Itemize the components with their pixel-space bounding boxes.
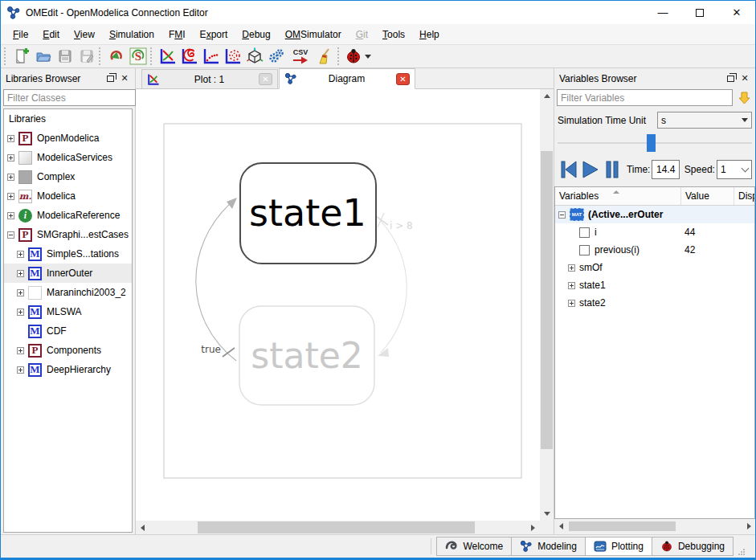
horizontal-scrollbar-thumb[interactable] [198,521,475,533]
close-tab-button[interactable]: ✕ [259,73,272,85]
expander-icon[interactable] [7,135,14,142]
close-button[interactable]: ✕ [718,1,755,24]
menu-git[interactable]: Git [349,26,375,43]
new-plot-window-button[interactable] [157,46,178,67]
toolbar-grip[interactable] [150,47,154,65]
menu-fmi[interactable]: FMI [161,26,193,43]
menu-debug[interactable]: Debug [235,26,277,43]
libraries-tree-root[interactable]: Libraries [4,109,132,129]
new-array-plot-window-button[interactable] [200,46,222,67]
close-tab-button[interactable]: ✕ [396,73,410,85]
plot-checkbox[interactable] [579,245,590,255]
vertical-scrollbar[interactable] [540,89,554,521]
scroll-right-button[interactable] [526,521,540,534]
library-item-deephierarchy[interactable]: M DeepHierarchy [4,360,132,379]
filter-classes-input[interactable] [3,89,136,106]
menu-export[interactable]: Export [193,26,235,43]
variables-horizontal-scrollbar[interactable] [555,521,754,532]
filter-options-button[interactable] [735,89,753,106]
slider-handle[interactable] [647,134,656,152]
debug-configurations-button[interactable] [344,46,371,67]
expander-icon[interactable] [7,174,14,181]
expander-icon[interactable] [7,193,14,200]
variable-row-state1[interactable]: state1 [555,276,754,294]
welcome-perspective-button[interactable]: Welcome [436,537,512,556]
scroll-right-button[interactable] [743,521,754,532]
column-header-display-unit[interactable]: Displ [734,187,754,205]
library-item-complex[interactable]: Complex [4,167,132,186]
library-item-innerouter[interactable]: M InnerOuter [4,264,132,283]
variable-row-result-file[interactable]: MAT (Active...erOuter [555,206,754,223]
export-csv-button[interactable]: CSV [287,46,314,67]
library-item-mlswa[interactable]: M MLSWA [4,302,132,321]
simulation-time-slider[interactable] [558,132,752,154]
tab-plot-1[interactable]: Plot : 1 ✕ [141,69,278,88]
menu-omsimulator[interactable]: OMSimulator [278,26,349,43]
3d-visualization-button[interactable] [243,46,265,67]
resize-grip[interactable] [738,547,746,555]
expander-icon[interactable] [17,366,24,374]
expander-icon[interactable] [558,211,566,219]
speed-combobox[interactable]: 1 [717,160,752,179]
diagram-canvas[interactable]: true i > 8 state1 [136,89,540,521]
expander-icon[interactable] [7,154,14,161]
library-item-openmodelica[interactable]: P OpenModelica [4,129,132,148]
library-item-smgraphicaltestcases[interactable]: P SMGraphi...estCases [4,225,132,244]
filter-variables-input[interactable] [557,89,733,106]
plot-checkbox[interactable] [579,227,590,238]
state2-component[interactable]: state2 [239,306,374,405]
menu-tools[interactable]: Tools [375,26,412,43]
variable-row-previous-i[interactable]: previous(i) 42 [555,241,754,259]
scroll-left-button[interactable] [136,521,149,534]
expander-icon[interactable] [17,309,24,316]
re-simulate-setup-button[interactable]: S [127,46,149,67]
play-button[interactable] [579,157,601,182]
debug-dropdown-caret-icon[interactable] [365,55,371,59]
menu-view[interactable]: View [67,26,102,43]
expander-icon[interactable] [17,347,24,354]
menu-edit[interactable]: Edit [35,26,67,43]
expander-icon[interactable] [7,212,14,219]
library-item-modelicaservices[interactable]: ModelicaServices [4,148,132,167]
scroll-up-button[interactable] [540,89,554,103]
menu-help[interactable]: Help [412,26,447,43]
expander-icon[interactable] [17,251,24,258]
maximize-button[interactable] [681,1,718,24]
new-parametric-plot-window-button[interactable] [178,46,200,67]
modeling-perspective-button[interactable]: Modeling [511,537,586,556]
pause-button[interactable] [602,157,623,182]
variable-row-smof[interactable]: smOf [555,259,754,276]
save-button[interactable] [54,46,76,67]
library-item-modelicareference[interactable]: i ModelicaReference [4,206,132,225]
column-header-variables[interactable]: Variables [555,187,681,205]
open-model-button[interactable] [32,46,54,67]
scroll-down-button[interactable] [540,507,554,521]
animation-button[interactable] [265,46,287,67]
transition-true-line[interactable] [196,202,236,361]
horizontal-scrollbar[interactable] [136,521,540,534]
new-array-parametric-plot-window-button[interactable] [222,46,243,67]
library-item-modelica[interactable]: m. Modelica [4,186,132,206]
re-simulate-button[interactable] [105,46,127,67]
float-dock-button[interactable] [723,72,738,85]
library-item-cdf[interactable]: M CDF [4,321,132,341]
clear-plot-window-button[interactable] [314,46,336,67]
library-item-simplestations[interactable]: M SimpleS...tations [4,244,132,264]
library-item-components[interactable]: P Components [4,341,132,360]
menu-file[interactable]: File [6,26,35,43]
library-item-maraninchi2003-2[interactable]: Maraninchi2003_2 [4,283,132,302]
close-dock-button[interactable]: ✕ [738,72,752,85]
state1-component[interactable]: state1 [240,163,376,264]
close-dock-button[interactable]: ✕ [117,72,132,85]
plotting-perspective-button[interactable]: Plotting [585,537,652,556]
variable-row-state2[interactable]: state2 [555,294,754,312]
float-dock-button[interactable] [103,72,117,85]
toolbar-grip[interactable] [99,47,103,65]
horizontal-scrollbar-thumb[interactable] [569,521,676,531]
menu-simulation[interactable]: Simulation [102,26,161,43]
toolbar-grip[interactable] [337,47,341,65]
expander-icon[interactable] [568,282,575,289]
new-modelica-class-button[interactable] [10,46,32,67]
scroll-left-button[interactable] [555,521,566,532]
debugging-perspective-button[interactable]: Debugging [652,537,734,556]
